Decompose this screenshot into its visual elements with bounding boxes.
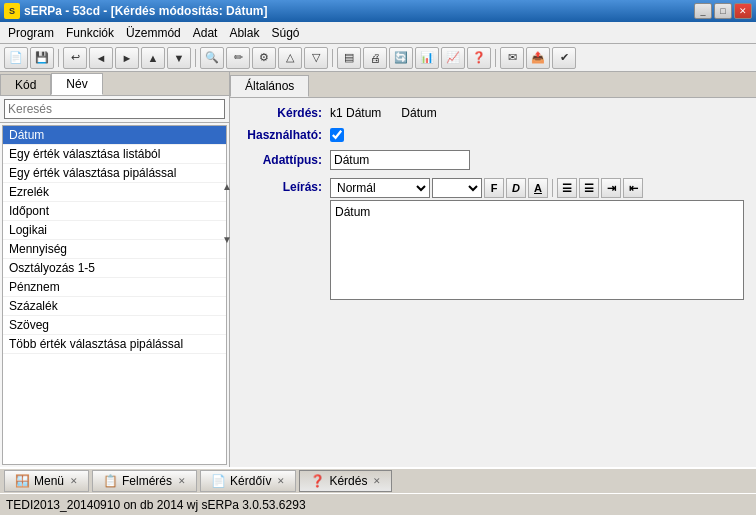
tb-down2[interactable]: ▽	[304, 47, 328, 69]
adattipus-input[interactable]	[330, 150, 470, 170]
close-button[interactable]: ✕	[734, 3, 752, 19]
desc-textarea[interactable]: Dátum	[330, 200, 744, 300]
tab-nev[interactable]: Név	[51, 73, 102, 95]
left-tabs: Kód Név	[0, 72, 229, 96]
tb-chart2[interactable]: 📈	[441, 47, 465, 69]
minimize-button[interactable]: _	[694, 3, 712, 19]
tab-altalanos[interactable]: Általános	[230, 75, 309, 97]
tb-help[interactable]: ❓	[467, 47, 491, 69]
tb-undo[interactable]: ↩	[63, 47, 87, 69]
tb-refresh[interactable]: 🔄	[389, 47, 413, 69]
taskbar-kerdes-close[interactable]: ✕	[373, 476, 381, 486]
desc-container: Normál F D A ☰ ☰ ⇥ ⇤	[330, 178, 744, 300]
taskbar-kerdoiv-close[interactable]: ✕	[277, 476, 285, 486]
taskbar-kerdoiv-icon: 📄	[211, 474, 226, 488]
menu-program[interactable]: Program	[2, 22, 60, 43]
tb-up[interactable]: ▲	[141, 47, 165, 69]
taskbar-menu[interactable]: 🪟 Menü ✕	[4, 470, 89, 492]
format-select2[interactable]	[432, 178, 482, 198]
format-bold-btn[interactable]: F	[484, 178, 504, 198]
menu-sugo[interactable]: Súgó	[265, 22, 305, 43]
tb-new[interactable]: 📄	[4, 47, 28, 69]
kerdez-value2: Dátum	[401, 106, 436, 120]
right-panel: Általános Kérdés: k1 Dátum Dátum Használ…	[230, 72, 756, 467]
tb-export[interactable]: 📤	[526, 47, 550, 69]
scroll-up-arrow[interactable]: ▲	[218, 180, 236, 193]
maximize-button[interactable]: □	[714, 3, 732, 19]
tb-settings[interactable]: ⚙	[252, 47, 276, 69]
hasznalhato-checkbox[interactable]	[330, 128, 344, 142]
taskbar-felmeres-label: Felmérés	[122, 474, 172, 488]
title-bar-text: sERPa - 53cd - [Kérdés módosítás: Dátum]	[24, 4, 267, 18]
format-sep	[552, 179, 553, 197]
tb-sep2	[195, 49, 196, 67]
form-area: Kérdés: k1 Dátum Dátum Használható: Adat…	[230, 98, 756, 467]
tb-sep4	[495, 49, 496, 67]
menu-funkciok[interactable]: Funkciók	[60, 22, 120, 43]
menu-ablak[interactable]: Ablak	[223, 22, 265, 43]
taskbar-felmeres-icon: 📋	[103, 474, 118, 488]
search-input[interactable]	[4, 99, 225, 119]
list-item-penznem[interactable]: Pénznem	[3, 278, 226, 297]
tb-save[interactable]: 💾	[30, 47, 54, 69]
tb-sep3	[332, 49, 333, 67]
scroll-down-arrow[interactable]: ▼	[218, 233, 236, 246]
leiras-label: Leírás:	[242, 180, 322, 194]
right-tabs: Általános	[230, 72, 756, 98]
toolbar: 📄 💾 ↩ ◄ ► ▲ ▼ 🔍 ✏ ⚙ △ ▽ ▤ 🖨 🔄 📊 📈 ❓ ✉ 📤 …	[0, 44, 756, 72]
tb-up2[interactable]: △	[278, 47, 302, 69]
tb-print[interactable]: 🖨	[363, 47, 387, 69]
taskbar-kerdoiv-label: Kérdőív	[230, 474, 271, 488]
list-item-tobb-pipalas[interactable]: Több érték választása pipálással	[3, 335, 226, 354]
list-item-datum[interactable]: Dátum	[3, 126, 226, 145]
kerdez-row: Kérdés: k1 Dátum Dátum	[242, 106, 744, 120]
tab-kod[interactable]: Kód	[0, 74, 51, 95]
title-bar: S sERPa - 53cd - [Kérdés módosítás: Dátu…	[0, 0, 756, 22]
list-item-szoveg[interactable]: Szöveg	[3, 316, 226, 335]
tb-chart[interactable]: 📊	[415, 47, 439, 69]
format-select[interactable]: Normál	[330, 178, 430, 198]
list-item-ezrelek[interactable]: Ezrelék	[3, 183, 226, 202]
adattipus-label: Adattípus:	[242, 153, 322, 167]
menu-adat[interactable]: Adat	[187, 22, 224, 43]
tb-edit[interactable]: ✏	[226, 47, 250, 69]
tb-right[interactable]: ►	[115, 47, 139, 69]
kerdez-value1: k1 Dátum	[330, 106, 381, 120]
format-indent2-btn[interactable]: ⇤	[623, 178, 643, 198]
list-item-egy-pipalas[interactable]: Egy érték választása pipálással	[3, 164, 226, 183]
list-item-osztalyozas[interactable]: Osztályozás 1-5	[3, 259, 226, 278]
tb-email[interactable]: ✉	[500, 47, 524, 69]
list-item-szazalek[interactable]: Százalék	[3, 297, 226, 316]
taskbar-kerdes[interactable]: ❓ Kérdés ✕	[299, 470, 392, 492]
menu-uzemmod[interactable]: Üzemmód	[120, 22, 187, 43]
main-area: Kód Név Dátum Egy érték választása listá…	[0, 72, 756, 467]
hasznalhato-checkbox-area	[330, 128, 344, 142]
taskbar-felmeres-close[interactable]: ✕	[178, 476, 186, 486]
list-item-idopont[interactable]: Időpont	[3, 202, 226, 221]
menu-bar: Program Funkciók Üzemmód Adat Ablak Súgó	[0, 22, 756, 44]
format-list1-btn[interactable]: ☰	[557, 178, 577, 198]
format-indent1-btn[interactable]: ⇥	[601, 178, 621, 198]
format-list2-btn[interactable]: ☰	[579, 178, 599, 198]
tb-left[interactable]: ◄	[89, 47, 113, 69]
app-icon: S	[4, 3, 20, 19]
tb-ok[interactable]: ✔	[552, 47, 576, 69]
list-area: Dátum Egy érték választása listából Egy …	[2, 125, 227, 465]
search-box	[0, 96, 229, 123]
list-item-logikai[interactable]: Logikai	[3, 221, 226, 240]
format-underline-btn[interactable]: A	[528, 178, 548, 198]
hasznalhato-row: Használható:	[242, 128, 744, 142]
taskbar-felmeres[interactable]: 📋 Felmérés ✕	[92, 470, 197, 492]
taskbar-kerdoiv[interactable]: 📄 Kérdőív ✕	[200, 470, 296, 492]
tb-search[interactable]: 🔍	[200, 47, 224, 69]
kerdez-label: Kérdés:	[242, 106, 322, 120]
adattipus-row: Adattípus:	[242, 150, 744, 170]
taskbar-menu-close[interactable]: ✕	[70, 476, 78, 486]
tb-grid[interactable]: ▤	[337, 47, 361, 69]
list-item-egy-lista[interactable]: Egy érték választása listából	[3, 145, 226, 164]
taskbar-menu-label: Menü	[34, 474, 64, 488]
hasznalhato-label: Használható:	[242, 128, 322, 142]
list-item-mennyiseg[interactable]: Mennyiség	[3, 240, 226, 259]
format-italic-btn[interactable]: D	[506, 178, 526, 198]
tb-down[interactable]: ▼	[167, 47, 191, 69]
